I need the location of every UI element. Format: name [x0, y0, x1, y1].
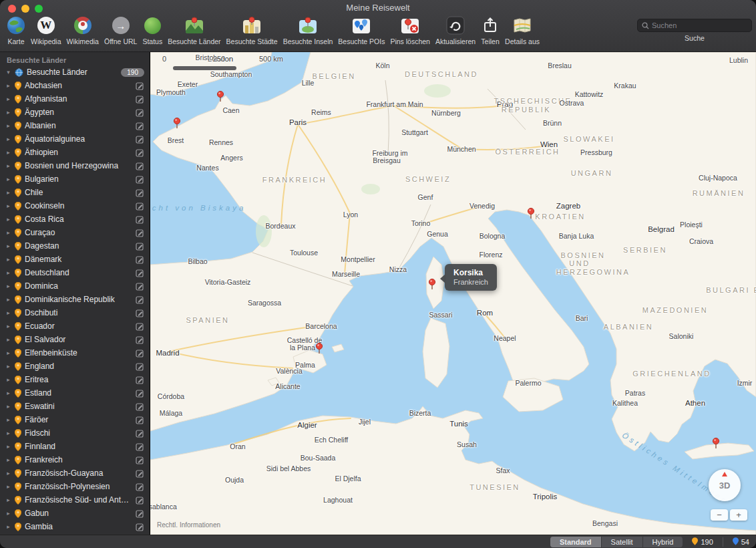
disclosure-chevron-icon[interactable]: ▸ [5, 202, 11, 209]
toolbar-button-wikipedia[interactable]: WWikipedia [28, 15, 64, 45]
disclosure-chevron-icon[interactable]: ▸ [5, 256, 11, 263]
sidebar-item-abchasien[interactable]: ▸Abchasien [0, 79, 150, 92]
disclosure-chevron-icon[interactable]: ▸ [5, 323, 11, 329]
disclosure-chevron-icon[interactable]: ▸ [5, 82, 11, 89]
map-mode-satellit[interactable]: Satellit [602, 537, 643, 547]
edit-note-icon[interactable] [136, 523, 144, 531]
disclosure-chevron-icon[interactable]: ▸ [5, 269, 11, 276]
edit-note-icon[interactable] [136, 335, 144, 344]
disclosure-chevron-icon[interactable]: ▸ [5, 296, 11, 303]
edit-note-icon[interactable] [136, 322, 144, 331]
toolbar-button-pins-löschen[interactable]: Pins löschen [387, 15, 433, 45]
disclosure-chevron-icon[interactable]: ▸ [5, 283, 11, 289]
sidebar-item-eritrea[interactable]: ▸Eritrea [0, 373, 150, 386]
map-pin-1[interactable] [173, 118, 181, 130]
disclosure-chevron-icon[interactable]: ▸ [5, 403, 11, 410]
disclosure-chevron-icon[interactable]: ▸ [5, 456, 11, 463]
sidebar-item-französisch-guayana[interactable]: ▸Französisch-Guayana [0, 466, 150, 480]
sidebar-item-costa-rica[interactable]: ▸Costa Rica [0, 213, 150, 226]
sidebar-item-eswatini[interactable]: ▸Eswatini [0, 400, 150, 413]
edit-note-icon[interactable] [136, 509, 144, 518]
edit-note-icon[interactable] [136, 282, 144, 291]
edit-note-icon[interactable] [136, 242, 144, 251]
edit-note-icon[interactable] [136, 309, 144, 317]
sidebar-item-albanien[interactable]: ▸Albanien [0, 119, 150, 132]
sidebar-item-ägypten[interactable]: ▸Ägypten [0, 106, 150, 119]
disclosure-chevron-icon[interactable]: ▸ [5, 523, 11, 530]
sidebar-item-färöer[interactable]: ▸Färöer [0, 413, 150, 426]
sidebar-item-gabun[interactable]: ▸Gabun [0, 507, 150, 520]
sidebar-root-item[interactable]: ▾ Besuchte Länder 190 [0, 65, 150, 79]
edit-note-icon[interactable] [136, 255, 144, 264]
sidebar-item-äquatorialguinea[interactable]: ▸Äquatorialguinea [0, 132, 150, 146]
disclosure-chevron-icon[interactable]: ▸ [5, 443, 11, 450]
disclosure-chevron-icon[interactable]: ▸ [5, 149, 11, 156]
toolbar-button-besuchte-städte[interactable]: Besuchte Städte [224, 15, 280, 45]
sidebar-item-chile[interactable]: ▸Chile [0, 186, 150, 199]
edit-note-icon[interactable] [136, 202, 144, 211]
sidebar-item-gambia[interactable]: ▸Gambia [0, 520, 150, 533]
zoom-in-button[interactable]: + [730, 509, 747, 521]
disclosure-chevron-icon[interactable]: ▸ [5, 497, 11, 503]
toolbar-button-besuchte-länder[interactable]: Besuchte Länder [165, 15, 223, 45]
sidebar-item-dagestan[interactable]: ▸Dagestan [0, 239, 150, 253]
edit-note-icon[interactable] [136, 95, 144, 104]
disclosure-chevron-icon[interactable]: ▸ [5, 216, 11, 223]
legal-link[interactable]: Rechtl. Informationen [157, 521, 220, 529]
disclosure-chevron-icon[interactable]: ▸ [5, 122, 11, 129]
sidebar-item-finnland[interactable]: ▸Finnland [0, 440, 150, 453]
disclosure-chevron-icon[interactable]: ▸ [5, 390, 11, 396]
edit-note-icon[interactable] [136, 162, 144, 170]
edit-note-icon[interactable] [136, 496, 144, 505]
map-mode-standard[interactable]: Standard [550, 537, 602, 547]
edit-note-icon[interactable] [136, 483, 144, 491]
edit-note-icon[interactable] [136, 376, 144, 384]
edit-note-icon[interactable] [136, 349, 144, 358]
sidebar-item-französische-süd-und-ant[interactable]: ▸Französische Süd- und Ant… [0, 493, 150, 507]
edit-note-icon[interactable] [136, 442, 144, 451]
sidebar-item-frankreich[interactable]: ▸Frankreich [0, 453, 150, 466]
map-pin-3[interactable] [428, 279, 436, 291]
sidebar-item-dominica[interactable]: ▸Dominica [0, 279, 150, 293]
sidebar-item-ecuador[interactable]: ▸Ecuador [0, 319, 150, 333]
edit-note-icon[interactable] [136, 175, 144, 184]
edit-note-icon[interactable] [136, 82, 144, 90]
edit-note-icon[interactable] [136, 215, 144, 224]
toolbar-button-wikimedia[interactable]: Wikimedia [64, 15, 102, 45]
edit-note-icon[interactable] [136, 469, 144, 478]
toolbar-button-details-aus[interactable]: Details aus [502, 15, 542, 45]
edit-note-icon[interactable] [136, 135, 144, 144]
map-mode-hybrid[interactable]: Hybrid [643, 537, 683, 547]
disclosure-chevron-icon[interactable]: ▸ [5, 510, 11, 517]
edit-note-icon[interactable] [136, 148, 144, 157]
sidebar-item-dänemark[interactable]: ▸Dänemark [0, 253, 150, 266]
disclosure-chevron-icon[interactable]: ▸ [5, 189, 11, 196]
toolbar-button-besuchte-pois[interactable]: Besuchte POIs [335, 15, 387, 45]
edit-note-icon[interactable] [136, 416, 144, 424]
sidebar-item-el-salvador[interactable]: ▸El Salvador [0, 333, 150, 346]
minimize-window-button[interactable] [21, 5, 29, 13]
map-pin-4[interactable] [315, 343, 323, 355]
disclosure-chevron-icon[interactable]: ▸ [5, 336, 11, 343]
disclosure-chevron-icon[interactable]: ▸ [5, 229, 11, 236]
disclosure-chevron-icon[interactable]: ▸ [5, 136, 11, 142]
edit-note-icon[interactable] [136, 108, 144, 117]
disclosure-chevron-icon[interactable]: ▸ [5, 363, 11, 370]
sidebar-item-bulgarien[interactable]: ▸Bulgarien [0, 172, 150, 186]
sidebar-item-äthiopien[interactable]: ▸Äthiopien [0, 146, 150, 159]
disclosure-chevron-icon[interactable]: ▸ [5, 430, 11, 436]
sidebar-item-deutschland[interactable]: ▸Deutschland [0, 266, 150, 279]
toolbar-button-status[interactable]: Status [140, 15, 165, 45]
map-pin-2[interactable] [527, 208, 535, 220]
sidebar-item-cura-ao[interactable]: ▸Curaçao [0, 226, 150, 239]
edit-note-icon[interactable] [136, 295, 144, 304]
disclosure-chevron-icon[interactable]: ▸ [5, 176, 11, 182]
close-window-button[interactable] [8, 5, 16, 13]
map-pin-5[interactable] [712, 438, 720, 450]
disclosure-chevron-icon[interactable]: ▸ [5, 162, 11, 169]
disclosure-chevron-icon[interactable]: ▸ [5, 96, 11, 102]
disclosure-chevron-icon[interactable]: ▸ [5, 309, 11, 316]
edit-note-icon[interactable] [136, 269, 144, 277]
toolbar-button-öffne-url[interactable]: →Öffne URL [102, 15, 140, 45]
edit-note-icon[interactable] [136, 402, 144, 411]
